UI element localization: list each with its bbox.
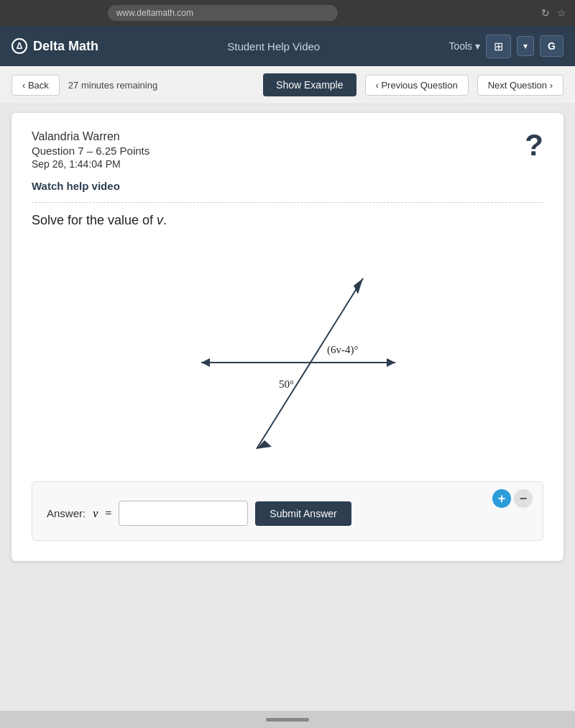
header-right: Tools ▾ ⊞ ▾ G [448, 35, 564, 58]
logo-delta-icon: Δ [12, 38, 27, 54]
zoom-controls: + − [492, 489, 533, 508]
time-remaining: 27 minutes remaining [68, 80, 157, 91]
app-name: Delta Math [33, 39, 98, 54]
geometry-diagram: (6v-4)° 50° [32, 237, 543, 467]
question-date: Sep 26, 1:44:04 PM [32, 158, 543, 170]
profile-button[interactable]: G [540, 35, 564, 57]
zoom-out-button[interactable]: − [514, 489, 533, 508]
student-help-video-link[interactable]: Student Help Video [227, 40, 320, 53]
back-button[interactable]: ‹ Back [12, 75, 60, 96]
answer-label: Answer: [47, 507, 86, 519]
diagonal-line [257, 278, 363, 449]
calculator-icon: ⊞ [494, 40, 503, 53]
angle1-label: 50° [279, 378, 294, 390]
bottom-indicator [266, 718, 309, 722]
question-info: Question 7 – 6.25 Points [32, 145, 543, 157]
bottom-bar [0, 711, 575, 728]
submit-answer-button[interactable]: Submit Answer [255, 501, 351, 526]
calculator-button[interactable]: ⊞ [486, 35, 511, 58]
question-variable: v [157, 213, 163, 227]
refresh-icon[interactable]: ↻ [541, 7, 550, 19]
next-question-button[interactable]: Next Question › [477, 75, 564, 96]
angle2-label: (6v-4)° [327, 344, 358, 356]
answer-variable: v [93, 507, 98, 520]
help-question-icon[interactable]: ? [525, 130, 543, 160]
answer-row: Answer: v = Submit Answer [47, 501, 528, 526]
app-logo: Δ Delta Math [12, 38, 98, 54]
zoom-in-button[interactable]: + [492, 489, 511, 508]
show-example-button[interactable]: Show Example [263, 73, 356, 96]
calc-dropdown-button[interactable]: ▾ [517, 36, 534, 56]
watch-help-link[interactable]: Watch help video [32, 180, 543, 192]
angle-diagram-svg: (6v-4)° 50° [172, 237, 402, 467]
bookmark-icon[interactable]: ☆ [557, 7, 566, 19]
question-text: Solve for the value of v. [32, 213, 543, 228]
toolbar: ‹ Back 27 minutes remaining Show Example… [0, 66, 575, 104]
previous-question-button[interactable]: ‹ Previous Question [365, 75, 469, 96]
tools-menu-button[interactable]: Tools ▾ [448, 40, 480, 52]
main-card: Valandria Warren Question 7 – 6.25 Point… [12, 113, 564, 561]
answer-input[interactable] [119, 501, 248, 526]
answer-equals: = [105, 507, 111, 520]
answer-area: + − Answer: v = Submit Answer [32, 481, 543, 541]
right-arrow [387, 358, 395, 367]
student-name: Valandria Warren [32, 130, 543, 143]
card-header: Valandria Warren Question 7 – 6.25 Point… [32, 130, 543, 170]
section-divider [32, 202, 543, 203]
browser-bar: www.deltamath.com ↻ ☆ [0, 0, 575, 26]
left-arrow [201, 358, 210, 367]
app-header: Δ Delta Math Student Help Video Tools ▾ … [0, 26, 575, 66]
browser-url: www.deltamath.com [108, 5, 338, 21]
